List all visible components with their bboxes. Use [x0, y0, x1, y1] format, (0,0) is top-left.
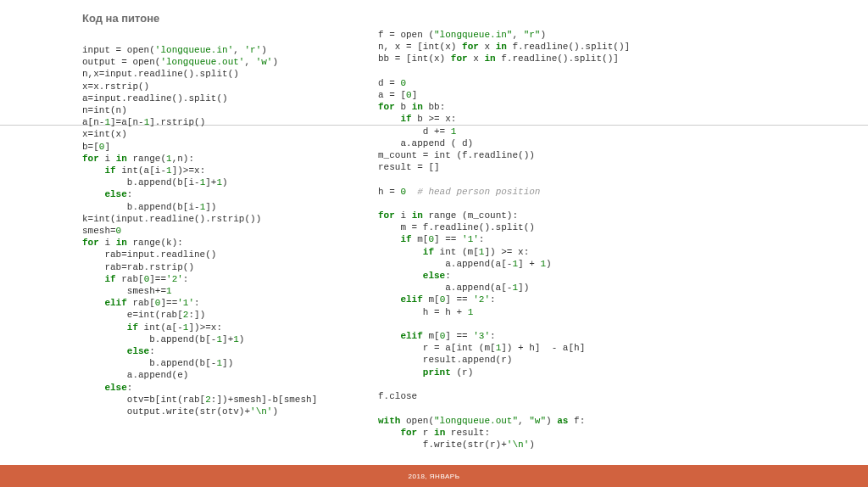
footer-text: 2018, ЯНВАРЬ [409, 473, 460, 480]
code-block-right: f = open ("longqueue.in", "r") n, x = [i… [378, 29, 630, 451]
footer-bar: 2018, ЯНВАРЬ [0, 465, 868, 487]
code-block-left: input = open('longqueue.in', 'r') output… [82, 44, 317, 417]
slide-title: Код на питоне [82, 12, 159, 25]
